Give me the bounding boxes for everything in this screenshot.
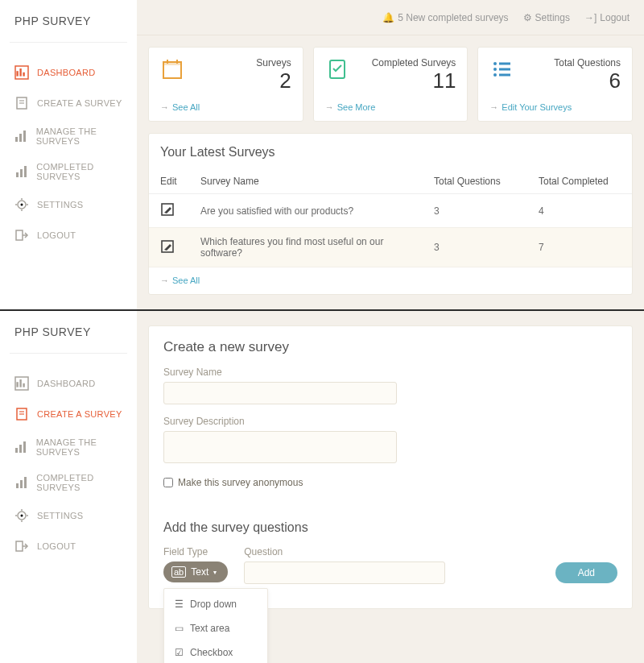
sidebar: PHP SURVEY DASHBOARD CREATE A SURVEY MAN… (0, 311, 137, 663)
dd-label: Checkbox (190, 647, 233, 658)
topbar: 🔔 5 New completed surveys ⚙ Settings →] … (137, 0, 644, 35)
card-completed: Completed Surveys 11 →See More (313, 47, 469, 122)
cell-name: Are you satisfied with our products? (189, 194, 423, 228)
card-label: Completed Surveys (372, 57, 456, 68)
nav-label: CREATE A SURVEY (37, 98, 122, 108)
topbar-label: Settings (535, 12, 570, 23)
nav-completed-surveys[interactable]: COMPLETED SURVEYS (0, 154, 137, 189)
nav-create-survey[interactable]: CREATE A SURVEY (0, 88, 137, 118)
block-title: Your Latest Surveys (149, 145, 632, 169)
link-label: See More (337, 102, 376, 112)
topbar-label: 5 New completed surveys (398, 12, 508, 23)
anonymous-checkbox[interactable] (163, 478, 173, 487)
topbar-settings[interactable]: ⚙ Settings (523, 12, 570, 23)
dd-textarea[interactable]: ▭Text area (164, 616, 267, 640)
dd-label: Text area (190, 623, 229, 634)
bars-icon (13, 475, 30, 490)
nav-dashboard[interactable]: DASHBOARD (0, 368, 137, 399)
dashboard-panel: PHP SURVEY DASHBOARD CREATE A SURVEY MAN… (0, 0, 644, 309)
nav-dashboard[interactable]: DASHBOARD (0, 57, 137, 88)
card-value: 6 (554, 70, 621, 91)
surveys-icon (160, 57, 184, 81)
edit-icon[interactable] (160, 245, 175, 256)
main-dashboard: Surveys 2 →See All Completed Surveys 11 (137, 0, 644, 309)
anonymous-label: Make this survey anonymous (178, 477, 303, 488)
dd-dropdown[interactable]: ☰Drop down (164, 592, 267, 616)
stats-cards: Surveys 2 →See All Completed Surveys 11 (148, 47, 633, 122)
nav-create-survey[interactable]: CREATE A SURVEY (0, 399, 137, 429)
chart-icon (13, 65, 31, 80)
cell-completed: 7 (527, 228, 632, 267)
question-row: Field Type ab Text ▾ Question Add ☰Drop (163, 546, 617, 584)
dd-label: Drop down (190, 599, 237, 610)
arrow-icon: → (160, 276, 169, 285)
create-survey-panel: PHP SURVEY DASHBOARD CREATE A SURVEY MAN… (0, 311, 644, 663)
svg-rect-20 (163, 62, 181, 65)
card-label: Surveys (256, 57, 291, 68)
bars-icon (13, 164, 30, 179)
dd-checkbox[interactable]: ☑Checkbox (164, 640, 267, 663)
card-edit-surveys[interactable]: →Edit Your Surveys (489, 102, 572, 112)
nav-manage-surveys[interactable]: MANAGE THE SURVEYS (0, 118, 137, 154)
fieldtype-label: Field Type (163, 546, 228, 557)
card-label: Total Questions (554, 57, 621, 68)
card-surveys: Surveys 2 →See All (148, 47, 303, 122)
chevron-down-icon: ▾ (213, 569, 217, 576)
topbar-logout[interactable]: →] Logout (584, 12, 630, 23)
cell-name: Which features you find most useful on o… (189, 228, 423, 267)
logout-icon (13, 539, 31, 553)
nav-settings[interactable]: SETTINGS (0, 500, 137, 531)
col-questions: Total Questions (423, 169, 527, 194)
nav-label: LOGOUT (37, 541, 76, 551)
fieldtype-value: Text (191, 566, 208, 578)
svg-point-28 (493, 73, 497, 77)
add-button[interactable]: Add (555, 562, 617, 583)
card-see-all[interactable]: →See All (160, 102, 200, 112)
table-row: Are you satisfied with our products? 3 4 (149, 194, 632, 228)
col-completed: Total Completed (527, 169, 632, 194)
question-input[interactable] (244, 561, 445, 584)
card-see-more[interactable]: →See More (325, 102, 376, 112)
card-value: 2 (256, 70, 291, 91)
gear-icon (13, 197, 31, 212)
latest-see-all[interactable]: →See All (149, 267, 211, 285)
create-form: Create a new survey Survey Name Survey D… (148, 325, 633, 609)
col-name: Survey Name (189, 169, 423, 194)
link-label: See All (172, 102, 200, 112)
form-title: Create a new survey (163, 339, 617, 355)
survey-desc-input[interactable] (163, 431, 397, 463)
nav-label: CREATE A SURVEY (37, 409, 122, 419)
list-icon: ☰ (174, 599, 184, 609)
nav-label: DASHBOARD (37, 379, 95, 388)
nav-label: DASHBOARD (37, 68, 95, 77)
nav-label: MANAGE THE SURVEYS (36, 126, 137, 146)
cell-completed: 4 (527, 194, 632, 228)
topbar-notifications[interactable]: 🔔 5 New completed surveys (382, 12, 508, 23)
cell-questions: 3 (423, 194, 527, 228)
anonymous-option[interactable]: Make this survey anonymous (163, 477, 617, 488)
fieldtype-dropdown-toggle[interactable]: ab Text ▾ (163, 561, 228, 582)
nav-logout[interactable]: LOGOUT (0, 531, 137, 561)
arrow-icon: → (489, 102, 498, 112)
latest-surveys-block: Your Latest Surveys Edit Survey Name Tot… (148, 133, 633, 295)
nav-manage-surveys[interactable]: MANAGE THE SURVEYS (0, 429, 137, 465)
bell-icon: 🔔 (382, 12, 394, 23)
edit-icon[interactable] (160, 208, 175, 219)
gear-icon (13, 508, 31, 523)
main-create: Create a new survey Survey Name Survey D… (137, 311, 644, 663)
survey-name-input[interactable] (163, 382, 397, 404)
sidebar: PHP SURVEY DASHBOARD CREATE A SURVEY MAN… (0, 0, 137, 309)
nav-settings[interactable]: SETTINGS (0, 189, 137, 220)
topbar-label: Logout (600, 12, 630, 23)
link-label: See All (172, 276, 200, 285)
questions-icon (489, 57, 514, 81)
divider (10, 42, 127, 43)
nav-logout[interactable]: LOGOUT (0, 220, 137, 251)
svg-rect-27 (499, 68, 510, 71)
svg-rect-29 (499, 74, 510, 77)
svg-rect-22 (176, 60, 178, 64)
col-edit: Edit (149, 169, 189, 194)
nav-completed-surveys[interactable]: COMPLETED SURVEYS (0, 465, 137, 500)
app-title: PHP SURVEY (0, 311, 137, 353)
textarea-icon: ▭ (174, 624, 184, 633)
